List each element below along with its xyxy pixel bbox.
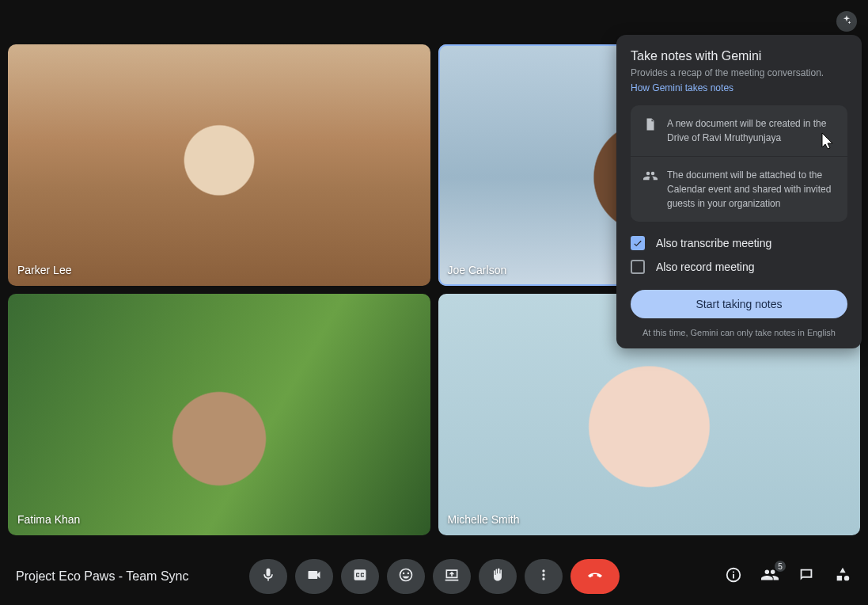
checkbox-record[interactable]: Also record meeting: [631, 260, 847, 274]
panel-subtitle: Provides a recap of the meeting conversa…: [631, 67, 847, 80]
info-row-calendar: The document will be attached to the Cal…: [631, 156, 847, 222]
camera-button[interactable]: [295, 559, 333, 594]
call-controls: [249, 559, 620, 594]
panel-title: Take notes with Gemini: [631, 49, 847, 63]
participant-tile[interactable]: Parker Lee: [8, 44, 430, 286]
sparkle-icon: [841, 14, 852, 29]
activities-button[interactable]: [833, 567, 852, 586]
info-icon: [725, 566, 742, 587]
shapes-icon: [834, 566, 851, 587]
emoji-icon: [398, 567, 414, 586]
info-box: A new document will be created in the Dr…: [631, 105, 847, 222]
checkbox-label: Also transcribe meeting: [656, 237, 771, 249]
microphone-icon: [260, 567, 276, 586]
participant-name: Parker Lee: [17, 264, 71, 276]
present-button[interactable]: [433, 559, 471, 594]
chat-button[interactable]: [797, 567, 816, 586]
raise-hand-icon: [490, 567, 506, 586]
panel-help-link[interactable]: How Gemini takes notes: [631, 82, 733, 93]
checkbox-transcribe[interactable]: Also transcribe meeting: [631, 236, 847, 250]
checkbox-icon: [631, 236, 645, 250]
meeting-details-button[interactable]: [724, 567, 743, 586]
people-button[interactable]: 5: [760, 567, 779, 586]
raise-hand-button[interactable]: [479, 559, 517, 594]
gemini-badge[interactable]: [836, 11, 857, 32]
gemini-notes-panel: Take notes with Gemini Provides a recap …: [616, 35, 862, 348]
captions-button[interactable]: [341, 559, 379, 594]
participant-count-badge: 5: [775, 561, 786, 572]
present-screen-icon: [444, 567, 460, 586]
info-text: A new document will be created in the Dr…: [667, 116, 835, 145]
reactions-button[interactable]: [387, 559, 425, 594]
info-text: The document will be attached to the Cal…: [667, 168, 835, 211]
camera-icon: [306, 567, 322, 586]
start-taking-notes-button[interactable]: Start taking notes: [631, 290, 847, 318]
more-options-button[interactable]: [525, 559, 563, 594]
participant-name: Fatima Khan: [17, 513, 80, 526]
captions-icon: [352, 567, 368, 586]
document-icon: [643, 116, 658, 145]
participant-name: Joe Carlson: [448, 264, 507, 276]
info-row-drive: A new document will be created in the Dr…: [631, 105, 847, 156]
right-icon-group: 5: [724, 567, 852, 586]
more-vertical-icon: [536, 567, 552, 586]
end-call-icon: [587, 567, 603, 586]
participant-name: Michelle Smith: [448, 513, 520, 526]
participant-tile[interactable]: Fatima Khan: [8, 294, 430, 535]
checkbox-label: Also record meeting: [656, 261, 755, 273]
panel-disclaimer: At this time, Gemini can only take notes…: [631, 328, 847, 337]
chat-icon: [798, 566, 815, 587]
checkbox-icon: [631, 260, 645, 274]
mic-button[interactable]: [249, 559, 287, 594]
leave-call-button[interactable]: [570, 559, 620, 594]
people-share-icon: [643, 168, 658, 211]
meeting-title: Project Eco Paws - Team Sync: [16, 569, 188, 584]
